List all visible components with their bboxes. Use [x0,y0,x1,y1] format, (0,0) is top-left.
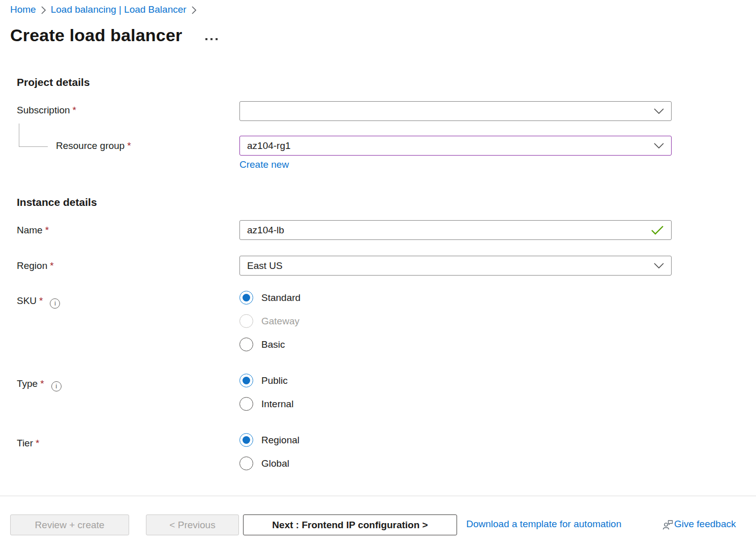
required-asterisk: * [127,140,131,151]
breadcrumb: Home Load balancing | Load Balancer [10,4,196,15]
radio-button-icon[interactable] [239,291,253,305]
resource-group-value: az104-rg1 [247,140,650,151]
resource-group-label: Resource group* [56,140,131,151]
tier-radio-group: Regional Global [239,433,299,470]
region-label: Region* [17,260,54,271]
radio-button-icon[interactable] [239,374,253,387]
radio-button-icon[interactable] [239,433,253,447]
chevron-down-icon [654,108,664,114]
region-dropdown[interactable]: East US [239,256,672,276]
give-feedback-link[interactable]: Give feedback [662,519,736,530]
feedback-icon [662,520,673,530]
required-asterisk: * [39,295,43,306]
subscription-dropdown[interactable] [239,101,672,121]
chevron-right-icon [192,6,196,14]
breadcrumb-link-load-balancing[interactable]: Load balancing | Load Balancer [51,4,187,15]
checkmark-valid-icon [651,225,664,235]
previous-button: < Previous [146,514,239,535]
required-asterisk: * [40,378,44,389]
review-create-button: Review + create [10,514,129,535]
sku-label: SKU*i [17,295,60,309]
create-new-link[interactable]: Create new [239,159,289,170]
breadcrumb-link-home[interactable]: Home [10,4,36,15]
radio-basic[interactable]: Basic [239,338,300,351]
info-icon[interactable]: i [51,381,62,391]
sku-radio-group: Standard Gateway Basic [239,291,300,351]
chevron-down-icon [654,263,664,268]
required-asterisk: * [45,225,49,235]
name-value: az104-lb [247,225,647,236]
name-input[interactable]: az104-lb [239,220,672,240]
radio-button-icon[interactable] [239,457,253,470]
resource-group-dropdown[interactable]: az104-rg1 [239,136,672,156]
type-radio-group: Public Internal [239,374,293,411]
connector-line [19,146,48,147]
name-label: Name* [17,225,49,236]
region-value: East US [247,260,650,271]
section-heading-project-details: Project details [17,76,90,88]
required-asterisk: * [36,438,39,448]
footer-divider [0,496,756,496]
radio-internal[interactable]: Internal [239,397,293,411]
chevron-right-icon [41,6,46,14]
download-template-link[interactable]: Download a template for automation [466,519,621,530]
radio-button-icon[interactable] [239,338,253,351]
section-heading-instance-details: Instance details [17,196,97,208]
connector-line [19,124,19,146]
next-frontend-ip-button[interactable]: Next : Frontend IP configuration > [243,514,457,535]
more-options-ellipsis-icon[interactable] [205,38,218,40]
page-title: Create load balancer [10,25,182,45]
radio-public[interactable]: Public [239,374,293,387]
radio-regional[interactable]: Regional [239,433,299,447]
type-label: Type*i [17,378,62,391]
required-asterisk: * [73,105,76,115]
radio-button-icon[interactable] [239,397,253,411]
radio-global[interactable]: Global [239,457,299,470]
radio-standard[interactable]: Standard [239,291,300,305]
radio-button-icon [239,314,253,328]
chevron-down-icon [654,143,664,148]
subscription-label: Subscription* [17,105,76,116]
radio-gateway: Gateway [239,314,300,328]
tier-label: Tier* [17,438,39,449]
info-icon[interactable]: i [50,298,60,309]
required-asterisk: * [50,260,53,271]
